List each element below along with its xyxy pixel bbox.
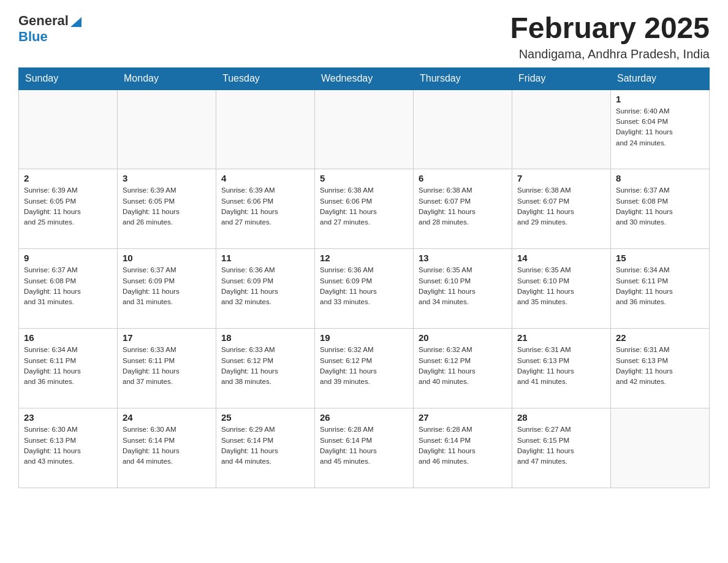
weekday-header-saturday: Saturday (611, 67, 710, 90)
day-info: Sunrise: 6:27 AMSunset: 6:15 PMDaylight:… (517, 424, 605, 467)
day-info: Sunrise: 6:38 AMSunset: 6:07 PMDaylight:… (517, 185, 605, 228)
day-info: Sunrise: 6:35 AMSunset: 6:10 PMDaylight:… (517, 265, 605, 307)
calendar-cell: 8Sunrise: 6:37 AMSunset: 6:08 PMDaylight… (611, 169, 710, 249)
day-info: Sunrise: 6:30 AMSunset: 6:13 PMDaylight:… (24, 424, 112, 467)
day-info: Sunrise: 6:31 AMSunset: 6:13 PMDaylight:… (616, 345, 704, 387)
location: Nandigama, Andhra Pradesh, India (510, 47, 710, 61)
svg-marker-0 (70, 17, 82, 27)
day-number: 27 (419, 412, 507, 423)
day-number: 5 (320, 173, 408, 183)
calendar-cell: 13Sunrise: 6:35 AMSunset: 6:10 PMDayligh… (414, 249, 512, 329)
day-info: Sunrise: 6:28 AMSunset: 6:14 PMDaylight:… (419, 424, 507, 467)
day-info: Sunrise: 6:38 AMSunset: 6:07 PMDaylight:… (419, 185, 507, 228)
day-number: 7 (517, 173, 605, 183)
calendar-cell: 28Sunrise: 6:27 AMSunset: 6:15 PMDayligh… (512, 408, 611, 488)
day-number: 21 (517, 332, 605, 343)
day-info: Sunrise: 6:35 AMSunset: 6:10 PMDaylight:… (419, 265, 507, 307)
day-number: 12 (320, 253, 408, 263)
day-number: 4 (221, 173, 309, 183)
day-info: Sunrise: 6:32 AMSunset: 6:12 PMDaylight:… (320, 345, 408, 387)
calendar-cell: 15Sunrise: 6:34 AMSunset: 6:11 PMDayligh… (611, 249, 710, 329)
day-info: Sunrise: 6:36 AMSunset: 6:09 PMDaylight:… (320, 265, 408, 307)
day-info: Sunrise: 6:39 AMSunset: 6:06 PMDaylight:… (221, 185, 309, 228)
logo: General Blue (18, 12, 82, 44)
day-info: Sunrise: 6:39 AMSunset: 6:05 PMDaylight:… (123, 185, 211, 228)
calendar-cell: 25Sunrise: 6:29 AMSunset: 6:14 PMDayligh… (216, 408, 315, 488)
day-number: 25 (221, 412, 309, 423)
day-number: 8 (616, 173, 704, 183)
calendar-cell: 27Sunrise: 6:28 AMSunset: 6:14 PMDayligh… (414, 408, 512, 488)
day-info: Sunrise: 6:29 AMSunset: 6:14 PMDaylight:… (221, 424, 309, 467)
calendar-cell: 19Sunrise: 6:32 AMSunset: 6:12 PMDayligh… (315, 329, 414, 408)
calendar-cell: 26Sunrise: 6:28 AMSunset: 6:14 PMDayligh… (315, 408, 414, 488)
weekday-header-friday: Friday (512, 67, 611, 90)
calendar-cell (19, 90, 118, 169)
day-info: Sunrise: 6:32 AMSunset: 6:12 PMDaylight:… (419, 345, 507, 387)
calendar-cell: 16Sunrise: 6:34 AMSunset: 6:11 PMDayligh… (19, 329, 118, 408)
calendar-cell (118, 90, 216, 169)
day-number: 10 (123, 253, 211, 263)
calendar-cell: 5Sunrise: 6:38 AMSunset: 6:06 PMDaylight… (315, 169, 414, 249)
calendar-cell (512, 90, 611, 169)
calendar-cell: 22Sunrise: 6:31 AMSunset: 6:13 PMDayligh… (611, 329, 710, 408)
day-info: Sunrise: 6:40 AMSunset: 6:04 PMDaylight:… (616, 106, 704, 148)
day-info: Sunrise: 6:33 AMSunset: 6:12 PMDaylight:… (221, 345, 309, 387)
calendar-cell: 6Sunrise: 6:38 AMSunset: 6:07 PMDaylight… (414, 169, 512, 249)
day-number: 26 (320, 412, 408, 423)
day-number: 24 (123, 412, 211, 423)
calendar-cell: 20Sunrise: 6:32 AMSunset: 6:12 PMDayligh… (414, 329, 512, 408)
calendar-cell: 3Sunrise: 6:39 AMSunset: 6:05 PMDaylight… (118, 169, 216, 249)
title-area: February 2025 Nandigama, Andhra Pradesh,… (510, 12, 710, 61)
day-info: Sunrise: 6:34 AMSunset: 6:11 PMDaylight:… (616, 265, 704, 307)
day-info: Sunrise: 6:37 AMSunset: 6:08 PMDaylight:… (616, 185, 704, 228)
logo-blue: Blue (18, 29, 82, 44)
calendar-cell: 21Sunrise: 6:31 AMSunset: 6:13 PMDayligh… (512, 329, 611, 408)
calendar-cell (611, 408, 710, 488)
calendar-cell: 9Sunrise: 6:37 AMSunset: 6:08 PMDaylight… (19, 249, 118, 329)
calendar-cell: 4Sunrise: 6:39 AMSunset: 6:06 PMDaylight… (216, 169, 315, 249)
calendar-cell (315, 90, 414, 169)
calendar-cell: 23Sunrise: 6:30 AMSunset: 6:13 PMDayligh… (19, 408, 118, 488)
month-title: February 2025 (510, 12, 710, 45)
logo-general: General (18, 13, 69, 28)
calendar-week-row-3: 9Sunrise: 6:37 AMSunset: 6:08 PMDaylight… (19, 249, 710, 329)
day-number: 6 (419, 173, 507, 183)
day-number: 17 (123, 332, 211, 343)
weekday-header-monday: Monday (118, 67, 216, 90)
day-number: 14 (517, 253, 605, 263)
day-number: 11 (221, 253, 309, 263)
weekday-header-wednesday: Wednesday (315, 67, 414, 90)
calendar-cell: 12Sunrise: 6:36 AMSunset: 6:09 PMDayligh… (315, 249, 414, 329)
day-info: Sunrise: 6:30 AMSunset: 6:14 PMDaylight:… (123, 424, 211, 467)
day-number: 22 (616, 332, 704, 343)
calendar-cell (414, 90, 512, 169)
day-info: Sunrise: 6:38 AMSunset: 6:06 PMDaylight:… (320, 185, 408, 228)
weekday-header-tuesday: Tuesday (216, 67, 315, 90)
calendar-cell: 14Sunrise: 6:35 AMSunset: 6:10 PMDayligh… (512, 249, 611, 329)
calendar-cell: 10Sunrise: 6:37 AMSunset: 6:09 PMDayligh… (118, 249, 216, 329)
day-number: 13 (419, 253, 507, 263)
day-number: 9 (24, 253, 112, 263)
calendar-week-row-5: 23Sunrise: 6:30 AMSunset: 6:13 PMDayligh… (19, 408, 710, 488)
day-info: Sunrise: 6:34 AMSunset: 6:11 PMDaylight:… (24, 345, 112, 387)
day-info: Sunrise: 6:37 AMSunset: 6:08 PMDaylight:… (24, 265, 112, 307)
day-number: 18 (221, 332, 309, 343)
weekday-header-thursday: Thursday (414, 67, 512, 90)
calendar-week-row-4: 16Sunrise: 6:34 AMSunset: 6:11 PMDayligh… (19, 329, 710, 408)
day-number: 15 (616, 253, 704, 263)
day-number: 2 (24, 173, 112, 183)
calendar-cell: 24Sunrise: 6:30 AMSunset: 6:14 PMDayligh… (118, 408, 216, 488)
day-number: 28 (517, 412, 605, 423)
day-number: 20 (419, 332, 507, 343)
day-info: Sunrise: 6:33 AMSunset: 6:11 PMDaylight:… (123, 345, 211, 387)
day-number: 23 (24, 412, 112, 423)
day-info: Sunrise: 6:31 AMSunset: 6:13 PMDaylight:… (517, 345, 605, 387)
calendar-table: SundayMondayTuesdayWednesdayThursdayFrid… (18, 67, 710, 489)
day-info: Sunrise: 6:37 AMSunset: 6:09 PMDaylight:… (123, 265, 211, 307)
day-number: 3 (123, 173, 211, 183)
day-number: 19 (320, 332, 408, 343)
page-header: General Blue February 2025 Nandigama, An… (18, 12, 710, 61)
day-number: 1 (616, 94, 704, 104)
day-info: Sunrise: 6:36 AMSunset: 6:09 PMDaylight:… (221, 265, 309, 307)
day-info: Sunrise: 6:39 AMSunset: 6:05 PMDaylight:… (24, 185, 112, 228)
